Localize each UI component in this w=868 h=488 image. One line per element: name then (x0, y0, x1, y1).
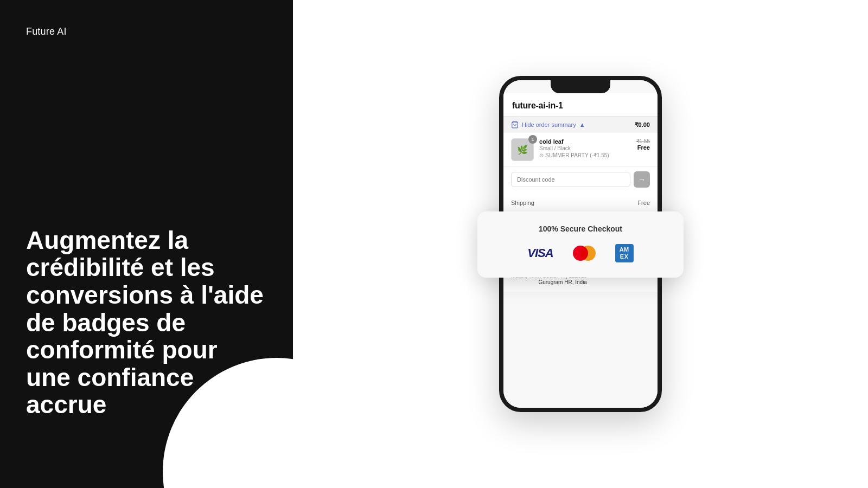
left-panel: Future AI Augmentez la crédibilité et le… (0, 0, 293, 488)
store-name: future-ai-in-1 (512, 101, 649, 111)
cart-icon (511, 121, 519, 129)
order-summary-toggle[interactable]: Hide order summary ▲ ₹0.00 (503, 117, 658, 133)
hero-text: Augmentez la crédibilité et les conversi… (26, 227, 267, 419)
amex-logo: AM EX (615, 244, 634, 262)
product-info: cold leaf Small / Black ⊙ SUMMER PARTY (… (539, 138, 631, 158)
discount-apply-button[interactable]: → (634, 171, 650, 188)
price-free: Free (636, 144, 650, 151)
product-variant: Small / Black (539, 145, 631, 151)
order-toggle-left: Hide order summary ▲ (511, 121, 585, 129)
checkout-header: future-ai-in-1 (503, 93, 658, 117)
chevron-icon: ▲ (579, 121, 585, 128)
order-toggle-label: Hide order summary (522, 121, 576, 128)
price-original: ₹1.55 (636, 138, 650, 144)
product-name: cold leaf (539, 138, 631, 145)
shipping-label: Shipping (511, 200, 534, 206)
discount-input[interactable] (511, 172, 630, 187)
order-total: ₹0.00 (635, 121, 650, 129)
product-row: 🌿 1 cold leaf Small / Black ⊙ SUMMER PAR… (503, 133, 658, 166)
product-thumb-wrap: 🌿 1 (511, 138, 534, 161)
phone-notch (551, 80, 610, 93)
logo: Future AI (26, 26, 267, 37)
product-promo: ⊙ SUMMER PARTY (-₹1.55) (539, 152, 631, 158)
visa-logo: VISA (527, 246, 553, 260)
qty-badge: 1 (528, 135, 537, 144)
secure-checkout-card: 100% Secure Checkout VISA AM EX (477, 211, 684, 278)
shipping-row: Shipping Free (511, 197, 650, 208)
payment-logos: VISA AM EX (495, 244, 666, 262)
mc-orange-circle (580, 246, 596, 261)
product-price: ₹1.55 Free (636, 138, 650, 151)
discount-row: → (503, 166, 658, 192)
mastercard-logo (573, 246, 596, 261)
secure-title: 100% Secure Checkout (495, 224, 666, 233)
shipping-value: Free (637, 200, 650, 206)
tag-icon: ⊙ (539, 152, 544, 158)
right-panel: future-ai-in-1 Hide order summary ▲ ₹0.0… (293, 0, 868, 488)
